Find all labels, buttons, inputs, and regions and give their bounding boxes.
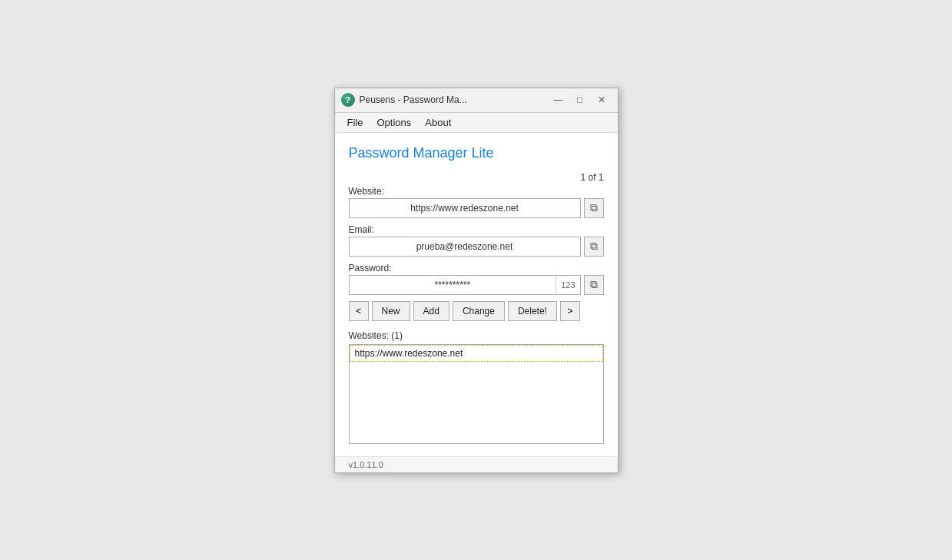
website-label: Website:	[349, 186, 604, 197]
app-icon-symbol: ?	[345, 95, 350, 104]
next-button[interactable]: >	[560, 301, 580, 321]
copy-email-button[interactable]: ⧉	[584, 237, 604, 257]
record-counter: 1 of 1	[580, 172, 603, 183]
add-button[interactable]: Add	[413, 301, 449, 321]
password-label: Password:	[349, 263, 604, 273]
password-row: ********** 123 ⧉	[349, 275, 604, 295]
website-list-item[interactable]: https://www.redeszone.net	[350, 345, 603, 362]
email-input[interactable]	[349, 237, 581, 257]
window-title: Peusens - Password Ma...	[360, 94, 467, 105]
title-bar: ? Peusens - Password Ma... — □ ✕	[335, 88, 618, 113]
version-label: v1.0.11.0	[349, 460, 383, 469]
copy-password-icon: ⧉	[590, 278, 598, 291]
menu-options[interactable]: Options	[370, 114, 417, 131]
main-content: Password Manager Lite 1 of 1 Website: ⧉ …	[335, 133, 618, 456]
maximize-button[interactable]: □	[570, 92, 590, 108]
main-window: ? Peusens - Password Ma... — □ ✕ File Op…	[334, 88, 619, 473]
close-button[interactable]: ✕	[592, 92, 612, 108]
copy-website-button[interactable]: ⧉	[584, 198, 604, 218]
title-bar-left: ? Peusens - Password Ma...	[341, 93, 467, 107]
email-label: Email:	[349, 224, 604, 235]
password-input-container: ********** 123	[349, 275, 581, 295]
menu-about[interactable]: About	[419, 114, 457, 131]
change-button[interactable]: Change	[453, 301, 505, 321]
websites-label: Websites: (1)	[349, 330, 604, 341]
website-row: ⧉	[349, 198, 604, 218]
website-input[interactable]	[349, 198, 581, 218]
copy-website-icon: ⧉	[590, 201, 598, 214]
window-controls: — □ ✕	[549, 92, 612, 108]
copy-password-button[interactable]: ⧉	[584, 275, 604, 295]
prev-button[interactable]: <	[349, 301, 369, 321]
minimize-button[interactable]: —	[549, 92, 569, 108]
delete-button[interactable]: Delete!	[508, 301, 557, 321]
status-bar: v1.0.11.0	[335, 456, 618, 472]
menu-bar: File Options About	[335, 113, 618, 133]
email-row: ⧉	[349, 237, 604, 257]
app-title: Password Manager Lite	[349, 145, 604, 161]
action-buttons: < New Add Change Delete! >	[349, 301, 604, 321]
password-value: **********	[350, 280, 556, 290]
websites-list[interactable]: https://www.redeszone.net	[349, 344, 604, 444]
new-button[interactable]: New	[372, 301, 410, 321]
copy-email-icon: ⧉	[590, 240, 598, 253]
record-nav: 1 of 1	[349, 172, 604, 183]
app-icon: ?	[341, 93, 355, 107]
menu-file[interactable]: File	[341, 114, 370, 131]
password-hint: 123	[556, 276, 579, 294]
